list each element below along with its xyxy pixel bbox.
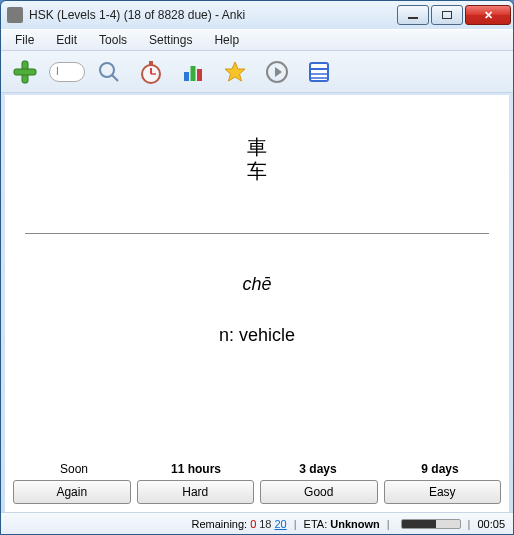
card-front-line1: 車 <box>247 135 267 159</box>
app-window: HSK (Levels 1-4) (18 of 8828 due) - Anki… <box>0 0 514 535</box>
mark-button[interactable] <box>217 55 253 89</box>
eta-value: Unknown <box>330 518 380 530</box>
answer-area: Soon 11 hours 3 days 9 days Again Hard G… <box>5 456 509 512</box>
close-icon: ✕ <box>484 9 493 22</box>
add-button[interactable] <box>7 55 43 89</box>
svg-rect-5 <box>149 61 153 65</box>
answer-buttons: Again Hard Good Easy <box>13 480 501 504</box>
svg-point-2 <box>100 63 114 77</box>
svg-rect-8 <box>184 72 189 81</box>
svg-rect-1 <box>14 69 36 75</box>
card-pinyin: chē <box>242 274 271 295</box>
search-icon <box>97 60 121 84</box>
elapsed-time: 00:05 <box>477 518 505 530</box>
separator-2: | <box>387 518 390 530</box>
progress-bar <box>401 519 461 529</box>
star-icon <box>223 60 247 84</box>
minimize-icon <box>408 17 418 19</box>
titlebar[interactable]: HSK (Levels 1-4) (18 of 8828 due) - Anki… <box>1 1 513 29</box>
card-front-line2: 车 <box>247 159 267 183</box>
app-icon <box>7 7 23 23</box>
svg-rect-10 <box>197 69 202 81</box>
interval-hard: 11 hours <box>135 462 257 476</box>
close-button[interactable]: ✕ <box>465 5 511 25</box>
svg-line-3 <box>112 75 118 81</box>
search-button[interactable] <box>91 55 127 89</box>
remaining-label: Remaining: <box>191 518 247 530</box>
bar-chart-icon <box>181 60 205 84</box>
svg-marker-13 <box>275 67 282 77</box>
menu-file[interactable]: File <box>5 31 44 49</box>
remaining-review[interactable]: 20 <box>275 518 287 530</box>
minimize-button[interactable] <box>397 5 429 25</box>
card-definition: n: vehicle <box>219 325 295 346</box>
hard-button[interactable]: Hard <box>137 480 255 504</box>
menu-help[interactable]: Help <box>204 31 249 49</box>
play-icon <box>265 60 289 84</box>
card-divider <box>25 233 490 234</box>
interval-good: 3 days <box>257 462 379 476</box>
easy-button[interactable]: Easy <box>384 480 502 504</box>
toolbar: I <box>1 51 513 93</box>
separator-3: | <box>468 518 471 530</box>
svg-rect-9 <box>191 66 196 81</box>
interval-again: Soon <box>13 462 135 476</box>
stats-button[interactable] <box>175 55 211 89</box>
again-button[interactable]: Again <box>13 480 131 504</box>
progress-fill <box>402 520 437 528</box>
remaining-learn: 18 <box>259 518 271 530</box>
menu-edit[interactable]: Edit <box>46 31 87 49</box>
stopwatch-icon <box>138 59 164 85</box>
plus-icon <box>12 59 38 85</box>
window-title: HSK (Levels 1-4) (18 of 8828 due) - Anki <box>29 8 245 22</box>
menu-tools[interactable]: Tools <box>89 31 137 49</box>
statusbar: Remaining: 0 18 20 | ETA: Unknown | | 00… <box>1 512 513 534</box>
intervals-row: Soon 11 hours 3 days 9 days <box>13 462 501 476</box>
svg-marker-11 <box>225 62 245 81</box>
remaining-new: 0 <box>250 518 256 530</box>
card-front: 車 车 <box>247 135 267 183</box>
good-button[interactable]: Good <box>260 480 378 504</box>
layout-button[interactable] <box>301 55 337 89</box>
maximize-button[interactable] <box>431 5 463 25</box>
replay-button[interactable] <box>259 55 295 89</box>
deck-field-text: I <box>56 66 59 77</box>
menubar: File Edit Tools Settings Help <box>1 29 513 51</box>
interval-easy: 9 days <box>379 462 501 476</box>
layout-icon <box>307 60 331 84</box>
maximize-icon <box>442 11 452 19</box>
deck-field[interactable]: I <box>49 62 85 82</box>
card-area: 車 车 chē n: vehicle <box>5 95 509 456</box>
eta-label: ETA: <box>304 518 328 530</box>
timer-button[interactable] <box>133 55 169 89</box>
menu-settings[interactable]: Settings <box>139 31 202 49</box>
separator: | <box>294 518 297 530</box>
